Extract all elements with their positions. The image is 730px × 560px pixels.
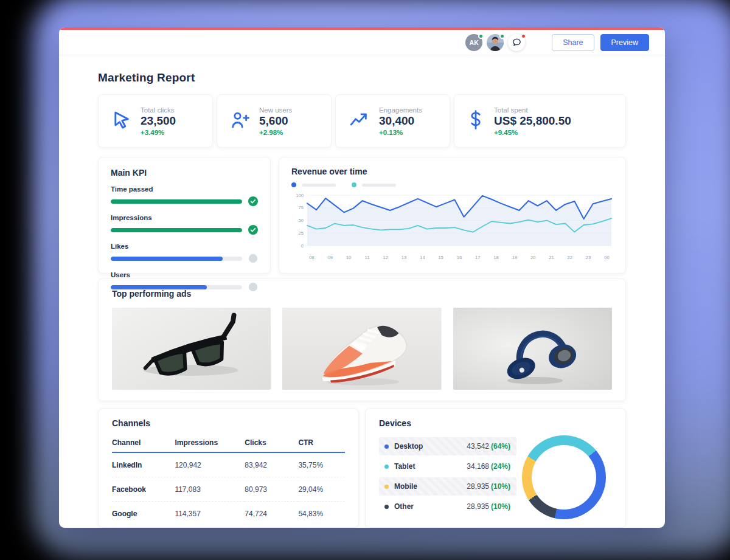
svg-text:25: 25 (299, 230, 304, 236)
stat-delta: +9.45% (494, 129, 571, 136)
svg-text:22: 22 (568, 255, 572, 260)
kpi-label: Likes (111, 243, 258, 250)
mid-row: Main KPI Time passedImpressionsLikesUser… (98, 157, 626, 274)
screenshot-stage: AK Share Preview Marketing Report Total … (0, 0, 730, 560)
device-label: Desktop (394, 442, 423, 451)
page-title: Marketing Report (98, 71, 626, 85)
channels-title: Channels (112, 418, 345, 428)
svg-text:17: 17 (475, 255, 480, 260)
trending-up-icon (348, 109, 370, 133)
channels-cell: 54,83% (298, 502, 345, 526)
pending-circle-icon (248, 282, 258, 292)
channels-cell: 120,942 (175, 452, 245, 477)
avatar[interactable]: AK (465, 34, 482, 51)
svg-text:50: 50 (299, 218, 304, 223)
app-window: AK Share Preview Marketing Report Total … (59, 27, 665, 528)
stat-value: 23,500 (141, 114, 176, 128)
svg-text:10: 10 (346, 255, 351, 260)
kpi-progress-bar (111, 228, 242, 232)
stat-card: Engagements30,400+0.13% (335, 94, 450, 148)
stat-card: Total spentUS$ 25,800.50+9.45% (454, 94, 626, 148)
top-ads-title: Top performing ads (112, 289, 612, 299)
stat-delta: +3.49% (141, 129, 176, 136)
main-kpi-title: Main KPI (111, 168, 258, 178)
kpi-items: Time passedImpressionsLikesUsers (111, 185, 258, 292)
channels-cell: Facebook (112, 477, 175, 502)
chat-button[interactable] (508, 34, 525, 51)
svg-text:00: 00 (604, 255, 609, 260)
channels-table-row: LinkedIn120,94283,94235,75% (112, 452, 345, 477)
svg-text:12: 12 (383, 255, 388, 260)
device-value: 34,168 (467, 462, 489, 471)
device-legend-row: Tablet34,168(24%) (379, 457, 516, 475)
avatar[interactable] (487, 34, 504, 51)
channels-col-header: Clicks (245, 433, 298, 452)
channels-col-header: Impressions (175, 433, 245, 452)
check-circle-icon (248, 225, 258, 235)
revenue-panel: Revenue over time 0255075100080910111213… (279, 157, 626, 274)
channels-cell: 74,724 (245, 502, 298, 526)
user-plus-icon (229, 109, 250, 133)
notification-dot (521, 33, 526, 39)
channels-cell: Google (112, 502, 175, 526)
sunglasses-image (112, 308, 271, 390)
stat-value: US$ 25,800.50 (494, 114, 571, 128)
online-status-dot (478, 33, 484, 39)
stats-row: Total clicks23,500+3.49%New users5,600+2… (98, 94, 626, 148)
device-label: Mobile (394, 482, 417, 491)
kpi-progress-bar (111, 257, 242, 261)
svg-text:0: 0 (301, 243, 304, 249)
stat-value: 30,400 (379, 114, 422, 128)
channels-cell: 114,357 (175, 502, 245, 526)
stat-delta: +0.13% (379, 129, 422, 136)
channels-panel: Channels ChannelImpressionsClicksCTR Lin… (98, 408, 359, 528)
bottom-row: Channels ChannelImpressionsClicksCTR Lin… (98, 408, 626, 528)
channels-table-row: Facebook117,08380,97329,04% (112, 477, 345, 502)
legend-item-series-2 (352, 182, 396, 187)
preview-button[interactable]: Preview (600, 34, 649, 51)
share-button[interactable]: Share (552, 34, 594, 51)
revenue-legend (291, 182, 613, 187)
channels-cell: LinkedIn (112, 452, 175, 477)
app-header: AK Share Preview (59, 30, 665, 55)
pending-circle-icon (248, 254, 258, 263)
device-legend-row: Mobile28,935(10%) (379, 477, 516, 496)
device-value: 28,935 (467, 482, 489, 491)
stat-label: Engagements (379, 106, 422, 114)
svg-text:16: 16 (457, 255, 462, 260)
kpi-progress-bar (111, 199, 242, 204)
device-value: 43,542 (467, 442, 489, 451)
device-label: Tablet (394, 462, 415, 471)
ads-row (112, 308, 612, 390)
stat-label: Total clicks (141, 106, 176, 114)
cursor-icon (111, 109, 131, 133)
svg-text:13: 13 (401, 255, 406, 260)
channels-table-row: Google114,35774,72454,83% (112, 502, 345, 526)
top-ads-panel: Top performing ads (98, 278, 626, 401)
channels-table: ChannelImpressionsClicksCTR LinkedIn120,… (112, 433, 345, 525)
kpi-item: Time passed (111, 185, 258, 206)
check-circle-icon (248, 196, 258, 206)
svg-text:11: 11 (365, 255, 370, 260)
revenue-chart: 0255075100080910111213141516171819202122… (291, 191, 613, 263)
devices-panel: Devices Desktop43,542(64%)Tablet34,168(2… (365, 408, 626, 528)
kpi-label: Time passed (111, 185, 258, 193)
revenue-title: Revenue over time (291, 167, 613, 176)
channels-cell: 80,973 (245, 477, 298, 502)
stat-card: Total clicks23,500+3.49% (98, 94, 213, 148)
device-value: 28,935 (467, 502, 489, 511)
channels-col-header: CTR (298, 433, 345, 452)
kpi-label: Users (111, 271, 258, 278)
online-status-dot (499, 33, 505, 39)
svg-text:14: 14 (420, 255, 425, 260)
device-percent: (64%) (491, 442, 510, 451)
channels-col-header: Channel (112, 433, 175, 452)
device-percent: (10%) (491, 482, 510, 491)
stat-label: Total spent (494, 106, 571, 114)
svg-text:19: 19 (512, 255, 517, 260)
device-label: Other (394, 502, 414, 511)
main-kpi-panel: Main KPI Time passedImpressionsLikesUser… (98, 157, 271, 274)
channels-cell: 29,04% (298, 477, 345, 502)
dollar-icon (467, 109, 485, 133)
report-content: Marketing Report Total clicks23,500+3.49… (59, 71, 665, 528)
